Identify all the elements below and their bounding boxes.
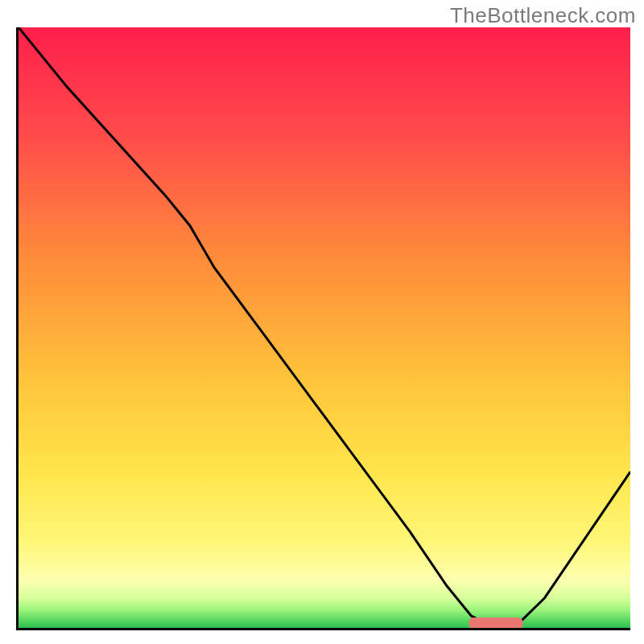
bottleneck-chart: TheBottleneck.com [0,0,644,644]
bottleneck-curve-path [19,27,630,625]
plot-area [16,27,630,630]
curve-layer [19,27,630,628]
optimal-marker [469,617,523,630]
watermark-text: TheBottleneck.com [450,3,636,28]
